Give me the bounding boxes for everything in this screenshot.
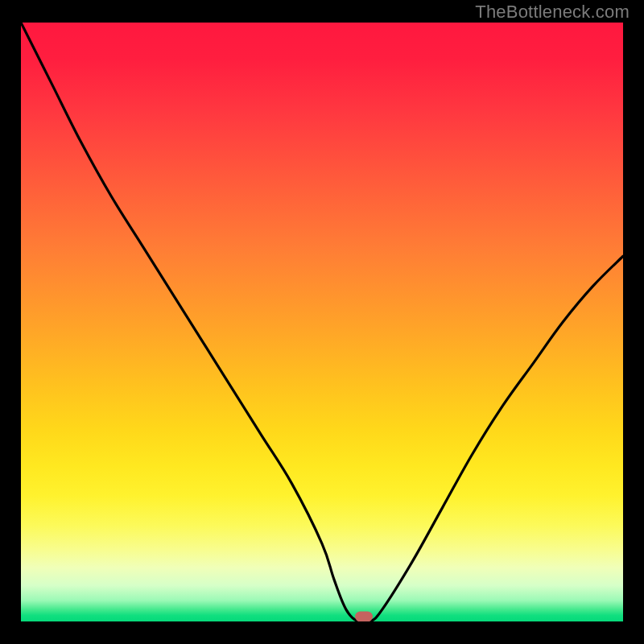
plot-area bbox=[21, 23, 623, 621]
curve-path bbox=[21, 23, 623, 621]
bottleneck-curve bbox=[21, 23, 623, 621]
chart-frame: TheBottleneck.com bbox=[0, 0, 644, 644]
watermark-text: TheBottleneck.com bbox=[475, 2, 630, 23]
optimal-marker bbox=[355, 612, 373, 622]
